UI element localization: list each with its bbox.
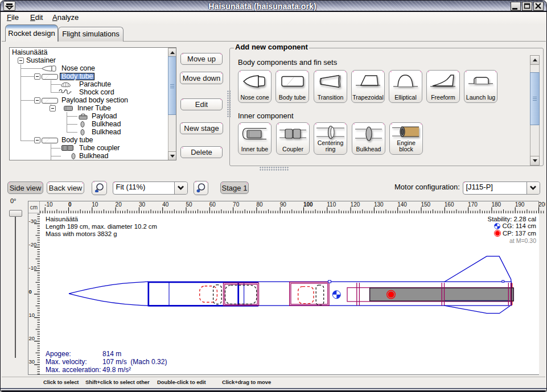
svg-text:150: 150	[421, 201, 431, 208]
svg-text:110: 110	[327, 201, 336, 208]
svg-text:0: 0	[29, 288, 32, 295]
svg-text:80: 80	[256, 201, 263, 208]
svg-text:170: 170	[468, 201, 478, 208]
svg-text:140: 140	[397, 201, 407, 208]
svg-text:20: 20	[116, 201, 122, 208]
svg-text:-10: -10	[44, 201, 53, 208]
svg-text:130: 130	[374, 201, 384, 208]
svg-text:40: 40	[162, 201, 169, 208]
svg-text:70: 70	[233, 201, 240, 208]
svg-text:50: 50	[186, 201, 193, 208]
svg-text:10: 10	[29, 312, 35, 318]
svg-text:100: 100	[303, 201, 313, 208]
svg-text:30: 30	[139, 201, 146, 208]
svg-text:120: 120	[351, 201, 360, 208]
svg-text:-30: -30	[29, 218, 37, 224]
svg-text:160: 160	[445, 201, 454, 208]
svg-text:-20: -20	[29, 241, 37, 247]
svg-text:200: 200	[538, 201, 545, 208]
svg-text:190: 190	[515, 201, 525, 208]
svg-text:60: 60	[209, 201, 216, 208]
svg-text:10: 10	[92, 201, 98, 208]
svg-text:180: 180	[491, 201, 501, 208]
svg-text:90: 90	[280, 201, 287, 208]
svg-text:-10: -10	[29, 265, 37, 271]
svg-text:0: 0	[68, 201, 72, 208]
svg-text:30: 30	[29, 358, 35, 365]
svg-text:20: 20	[29, 335, 35, 341]
